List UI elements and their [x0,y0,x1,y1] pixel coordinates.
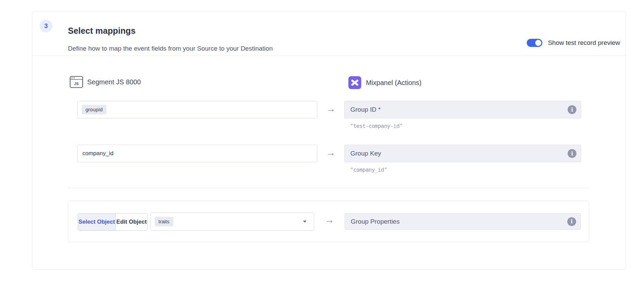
section-divider [68,188,589,188]
svg-text:JS: JS [74,82,78,86]
destination-field[interactable]: Group Key i [344,145,581,162]
select-mappings-card: 3 Select mappings Define how to map the … [32,11,626,270]
test-record-preview-control: Show test record preview [527,39,620,47]
arrow-right-icon: → [317,101,344,129]
select-object-button[interactable]: Select Object [78,214,116,230]
destination-column-header: Mixpanel (Actions) [348,76,422,89]
destination-field-column: Group Key i "company_id" [344,145,581,173]
destination-field-label: Group Key [350,150,568,157]
destination-field-column: Group Properties i [345,213,581,230]
test-record-preview-value: "company_id" [350,167,581,173]
object-mapping-container: Select Object Edit Object traits → Group… [68,201,589,242]
source-field-token[interactable]: groupId [82,105,106,114]
mapping-row: company_id → Group Key i "company_id" [77,145,581,173]
destination-field-column: Group ID * i "test-company-id" [344,101,581,129]
source-field-input[interactable]: groupId [77,101,317,118]
chevron-down-icon [303,221,306,223]
info-icon[interactable]: i [567,217,576,226]
info-icon[interactable]: i [568,149,576,158]
destination-field-label: Group Properties [351,218,567,225]
source-column-header: JS Segment JS 8000 [70,76,141,88]
mixpanel-icon [348,76,361,89]
destination-field[interactable]: Group Properties i [345,213,581,230]
source-name: Segment JS 8000 [87,78,141,86]
show-test-record-toggle[interactable] [527,39,542,47]
object-source-dropdown[interactable]: traits [150,213,314,231]
toggle-knob-icon [535,40,541,46]
test-record-preview-value: "test-company-id" [350,123,581,129]
toggle-label: Show test record preview [548,39,620,47]
object-mode-button-group: Select Object Edit Object [78,213,148,231]
arrow-right-icon: → [314,215,345,225]
mapping-row: groupId → Group ID * i "test-company-id" [77,101,581,129]
page-subtitle: Define how to map the event fields from … [68,45,273,52]
object-source-token[interactable]: traits [155,217,173,226]
step-number-badge: 3 [40,20,52,32]
destination-field-label: Group ID * [350,106,568,113]
js-browser-icon: JS [70,76,83,88]
source-field-text: company_id [82,150,114,157]
destination-field[interactable]: Group ID * i [344,101,581,118]
info-icon[interactable]: i [568,105,576,114]
page-title: Select mappings [68,26,135,36]
destination-name: Mixpanel (Actions) [366,79,422,87]
arrow-right-icon: → [317,145,344,173]
edit-object-button[interactable]: Edit Object [116,214,147,230]
card-header: 3 Select mappings Define how to map the … [32,11,625,56]
source-field-input[interactable]: company_id [77,145,317,162]
